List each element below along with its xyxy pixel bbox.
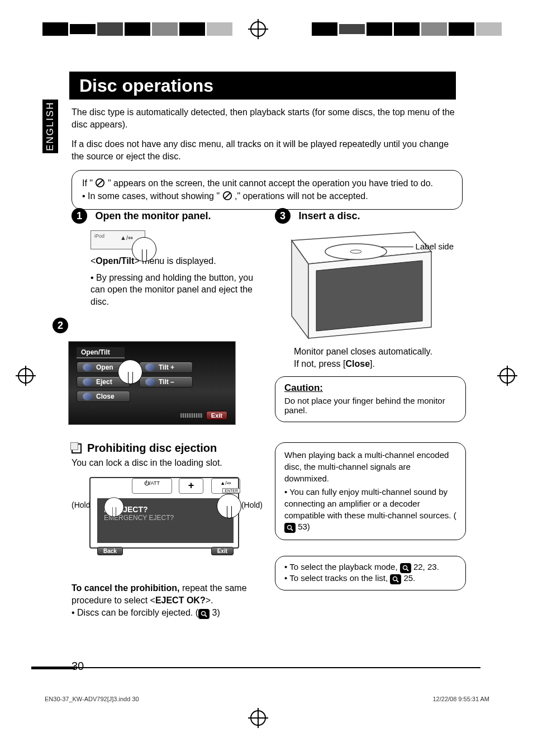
menu-exit-button: Exit [206,411,227,420]
section-heading: Prohibiting disc ejection [87,442,217,455]
note1-pre: If " [82,178,93,188]
svg-point-14 [403,566,407,570]
svg-line-1 [98,180,103,186]
finger-press-icon [118,360,142,384]
registration-mark-bottom [250,710,266,726]
section-prohibiting-ejection: Prohibiting disc ejection [72,442,256,455]
eject-icon [83,378,93,386]
ipod-label: iPod [94,233,104,239]
mix-bullet: You can fully enjoy multi-channel sound … [284,486,456,533]
finger-press-icon [104,498,123,517]
exit-button: Exit [211,547,234,555]
power-att-label: ⏻/ATT [132,479,172,486]
scroll-indicator-icon [180,413,203,418]
page-ref-25 [390,574,401,584]
caution-label: Caution: [284,382,456,394]
caution-box: Caution: Do not place your finger behind… [275,376,466,422]
finger-press-icon [217,494,241,518]
arrow-down-icon [163,549,171,554]
svg-point-4 [202,611,206,615]
prohibit-icon [95,178,105,188]
plus-button: + [179,478,203,494]
back-button: Back [97,547,123,555]
svg-line-15 [407,569,408,571]
caution-text: Do not place your finger behind the moni… [284,396,456,415]
note2-post: ," operations will not be accepted. [235,191,368,201]
open-tilt-menu-screenshot: Open/Tilt Open Tilt + Eject Tilt – Close [68,341,236,425]
power-att-button: ⏻/ATT [132,478,172,494]
forcible-eject-line: • Discs can be forcibly ejected. ( 3) [72,608,256,619]
menu-close-button: Close [77,391,130,402]
print-color-bar [42,22,502,36]
step-1-title: Open the monitor panel. [95,210,211,222]
menu-tilt-minus-button: Tilt – [139,376,193,388]
page-title: Disc operations [69,72,456,100]
svg-line-5 [205,615,207,617]
page-rule [31,667,75,669]
references-box: To select the playback mode, 22, 23. To … [275,556,466,590]
ifnot-pre: If not, press [ [294,359,345,368]
ref-playback-mode: To select the playback mode, 22, 23. [284,562,456,573]
note1-post: " appears on the screen, the unit cannot… [108,178,433,188]
eject-label: ▲/⇔ [212,479,240,486]
open-tilt-pre: < [91,256,96,266]
finger-press-icon [132,237,156,262]
eject-icon: ▲/⇔ [120,234,133,242]
ifnot-bold: Close [345,359,370,368]
jobline-right: 12/22/08 9:55:31 AM [432,696,489,702]
open-tilt-label: Open/Tilt [96,256,134,266]
registration-mark-right [499,368,515,384]
svg-point-12 [288,526,292,530]
device-illustration: (Hold) (Hold) ⏻/ATT + ▲/⇔ NO EJECT? EMER [72,475,239,569]
mix-lead: When playing back a multi-channel encode… [284,450,456,484]
svg-marker-9 [316,261,422,331]
page-number: 30 [72,660,84,673]
step-2: 2 Open/Tilt Open Tilt + Eject Tilt – Clo… [72,318,256,425]
step-number-2: 2 [53,318,68,333]
registration-mark-left [18,368,34,384]
note-box: If " " appears on the screen, the unit c… [72,170,463,210]
open-icon [83,363,93,371]
disc-insert-illustration: Label side [275,229,437,341]
page-ref-22-23 [400,563,411,573]
svg-line-13 [291,529,293,531]
prohibit-icon [222,191,232,201]
step-number-1: 1 [72,208,87,224]
menu-header: Open/Tilt [77,347,125,358]
print-jobline: EN30-37_KW-ADV792[J]3.indd 30 12/22/08 9… [45,696,489,702]
hold-label-right: (Hold) [241,500,263,509]
cancel-prohibition-text: To cancel the prohibition, repeat the sa… [72,582,256,606]
page-ref-53 [284,523,296,533]
svg-line-17 [397,580,398,582]
page-ref-3 [198,609,210,619]
step-number-3: 3 [275,208,291,224]
note2-pre: • In some cases, without showing " [82,191,220,201]
book-icon [72,443,82,453]
prohibit-lead: You can lock a disc in the loading slot. [72,458,256,468]
intro-para-2: If a disc does not have any disc menu, a… [72,138,463,162]
enter-label: ENTER [222,488,240,493]
menu-tilt-plus-button: Tilt + [139,362,193,373]
panel-closes-text: Monitor panel closes automatically. [294,346,466,358]
jobline-left: EN30-37_KW-ADV792[J]3.indd 30 [45,696,139,702]
intro-para-1: The disc type is automatically detected,… [72,106,463,130]
language-tab: ENGLISH [42,100,58,153]
tilt-minus-icon [145,378,155,386]
step-1: 1 Open the monitor panel. iPod ▲/⇔ <Open… [72,208,256,308]
svg-line-3 [225,193,230,199]
svg-point-16 [393,577,397,581]
close-icon [83,393,93,400]
ifnot-post: ]. [370,359,375,368]
multichannel-box: When playing back a multi-channel encode… [275,442,466,540]
step1-bullet: By pressing and holding the button, you … [91,272,256,308]
label-side-text: Label side [416,242,454,251]
svg-point-11 [350,250,361,253]
step-3: 3 Insert a disc. Label side Monitor pane… [275,208,466,370]
step-3-title: Insert a disc. [298,210,360,222]
tilt-plus-icon [145,363,155,371]
ref-select-tracks: To select tracks on the list, 25. [284,573,456,584]
